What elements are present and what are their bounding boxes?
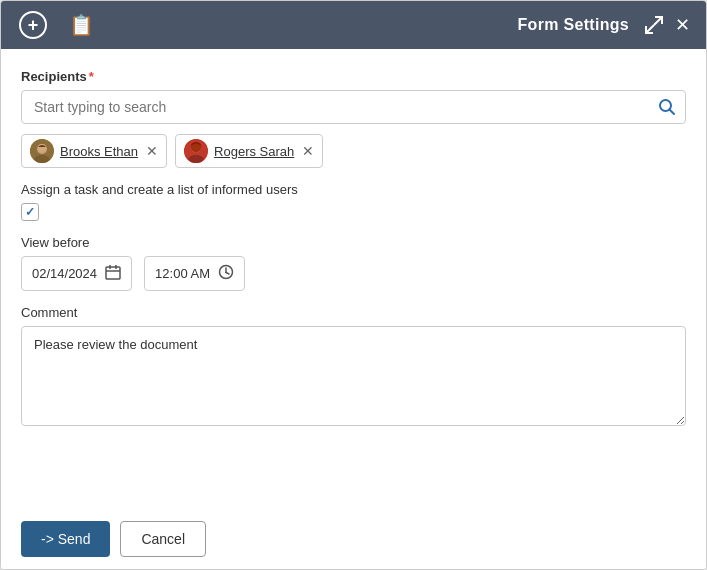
cancel-button[interactable]: Cancel [120, 521, 206, 557]
date-value: 02/14/2024 [32, 266, 97, 281]
svg-line-3 [670, 110, 675, 115]
header-icons-left: + 📋 [17, 9, 97, 41]
required-star: * [89, 69, 94, 84]
view-before-label: View before [21, 235, 686, 250]
date-field[interactable]: 02/14/2024 [21, 256, 132, 291]
svg-rect-12 [106, 267, 120, 279]
time-value: 12:00 AM [155, 266, 210, 281]
recipients-tags: Brooks Ethan ✕ Rogers Sarah ✕ [21, 134, 686, 168]
assign-task-section: Assign a task and create a list of infor… [21, 182, 686, 221]
svg-line-0 [654, 17, 662, 25]
comment-section: Comment Please review the document [21, 305, 686, 430]
modal-footer: -> Send Cancel [1, 509, 706, 569]
avatar-brooks-svg [30, 139, 54, 163]
tag-rogers-remove[interactable]: ✕ [302, 143, 314, 159]
checkbox-check-icon: ✓ [25, 205, 35, 219]
assign-task-label: Assign a task and create a list of infor… [21, 182, 686, 197]
date-time-row: 02/14/2024 12:00 AM [21, 256, 686, 291]
form-icon-button[interactable]: 📋 [65, 9, 97, 41]
avatar-rogers [184, 139, 208, 163]
svg-line-18 [226, 273, 229, 275]
checkbox-wrapper: ✓ [21, 203, 686, 221]
search-input[interactable] [21, 90, 686, 124]
tag-brooks-remove[interactable]: ✕ [146, 143, 158, 159]
plus-circle-icon: + [19, 11, 47, 39]
avatar-brooks [30, 139, 54, 163]
expand-icon [645, 16, 663, 34]
expand-button[interactable] [645, 16, 663, 34]
search-icon [658, 98, 676, 116]
header-action-icons: ✕ [645, 14, 690, 36]
add-icon-button[interactable]: + [17, 9, 49, 41]
assign-task-checkbox[interactable]: ✓ [21, 203, 39, 221]
comment-label: Comment [21, 305, 686, 320]
send-button[interactable]: -> Send [21, 521, 110, 557]
clock-icon [218, 264, 234, 283]
modal-header: + 📋 Form Settings ✕ [1, 1, 706, 49]
tag-brooks-name[interactable]: Brooks Ethan [60, 144, 138, 159]
close-icon: ✕ [675, 14, 690, 36]
time-field[interactable]: 12:00 AM [144, 256, 245, 291]
tag-rogers: Rogers Sarah ✕ [175, 134, 323, 168]
form-document-icon: 📋 [69, 13, 94, 37]
modal-container: + 📋 Form Settings ✕ Recipi [0, 0, 707, 570]
view-before-section: View before 02/14/2024 12:00 AM [21, 235, 686, 291]
close-button[interactable]: ✕ [675, 14, 690, 36]
recipients-label: Recipients* [21, 69, 686, 84]
modal-body: Recipients* [1, 49, 706, 509]
search-button[interactable] [658, 98, 676, 116]
modal-title: Form Settings [518, 16, 629, 34]
svg-line-1 [646, 25, 654, 33]
avatar-rogers-svg [184, 139, 208, 163]
calendar-icon [105, 264, 121, 283]
search-container [21, 90, 686, 124]
tag-rogers-name[interactable]: Rogers Sarah [214, 144, 294, 159]
tag-brooks: Brooks Ethan ✕ [21, 134, 167, 168]
comment-textarea[interactable]: Please review the document [21, 326, 686, 426]
